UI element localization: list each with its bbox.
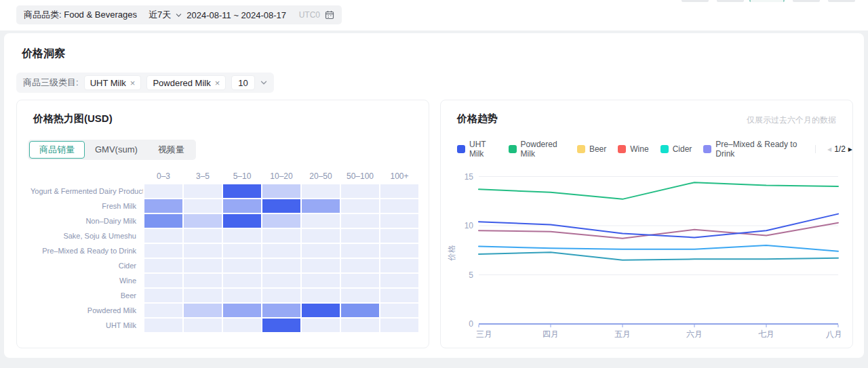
heatmap-cell xyxy=(184,304,222,317)
heatmap-cell xyxy=(223,199,261,213)
heatmap-cell xyxy=(223,319,261,332)
heatmap-cell xyxy=(223,184,261,198)
date-preset-label: 近7天 xyxy=(149,9,171,21)
y-tick-label: 15 xyxy=(465,172,474,182)
heatmap-cell xyxy=(223,214,261,228)
cutoff-toolbar-stub xyxy=(682,0,709,2)
heatmap-cell xyxy=(144,214,182,228)
heatmap-cell xyxy=(184,214,222,228)
heatmap-row-label: UHT Milk xyxy=(31,319,143,332)
legend-label: Pre–Mixed & Ready to Drink xyxy=(715,140,804,159)
heatmap-cell xyxy=(223,244,261,258)
subcategory-count-chip[interactable]: 10 xyxy=(231,75,254,90)
remove-chip-icon[interactable]: × xyxy=(215,79,220,87)
heatmap-cell xyxy=(302,199,340,213)
heatmap-cell xyxy=(144,244,182,258)
legend-item[interactable]: Wine xyxy=(618,144,648,154)
legend-next-icon[interactable]: ▶ xyxy=(848,146,852,152)
heatmap-cell xyxy=(341,259,379,272)
x-tick-label: 八月 xyxy=(826,329,842,339)
legend-label: Cider xyxy=(673,144,692,154)
heatmap-row-label: Fresh Milk xyxy=(31,199,143,213)
calendar-icon xyxy=(325,10,334,20)
heatmap-cell xyxy=(380,184,418,198)
heatmap-cell xyxy=(341,289,379,302)
heatmap-cell xyxy=(223,274,261,287)
legend-prev-icon[interactable]: ◀ xyxy=(827,146,831,152)
heatmap-col-label: 10–20 xyxy=(262,171,300,183)
heatmap-col-label: 5–10 xyxy=(223,171,261,183)
chevron-down-icon xyxy=(176,12,182,18)
heatmap-cell xyxy=(184,289,222,302)
heatmap-cell xyxy=(144,289,182,302)
x-tick-label: 三月 xyxy=(476,329,492,339)
legend-swatch xyxy=(509,145,517,153)
heatmap-cell xyxy=(302,304,340,317)
heatmap-cell xyxy=(184,184,222,198)
remove-chip-icon[interactable]: × xyxy=(130,79,136,87)
top-filter-bar: 商品品类: Food & Beverages 近7天 2024-08-11 ~ … xyxy=(0,0,868,30)
legend-swatch xyxy=(703,145,711,153)
category-filter-dropdown[interactable]: 商品品类: Food & Beverages xyxy=(16,5,155,24)
y-axis-title: 价格 xyxy=(447,245,456,261)
price-trend-card: 价格趋势 仅展示过去六个月的数据 UHT MilkPowdered MilkBe… xyxy=(440,100,853,348)
heatmap-cell xyxy=(341,229,379,243)
heatmap-cell xyxy=(262,184,300,198)
x-tick-label: 七月 xyxy=(758,329,774,339)
heatmap-col-label: 0–3 xyxy=(144,171,182,183)
heatmap-cell xyxy=(262,289,300,302)
legend-divider xyxy=(815,145,816,153)
cutoff-toolbar-stub xyxy=(717,0,744,2)
heatmap-cell xyxy=(341,214,379,228)
heatmap-card-title: 价格热力图(USD) xyxy=(33,113,113,125)
chevron-down-icon[interactable] xyxy=(260,79,267,86)
legend-pagination: ◀1/2▶ xyxy=(827,144,852,154)
heatmap-row-label: Beer xyxy=(31,289,143,302)
trend-line-series-4 xyxy=(479,245,838,251)
legend-item[interactable]: UHT Milk xyxy=(457,140,497,159)
filter-chip[interactable]: UHT Milk× xyxy=(84,75,142,90)
heatmap-cell xyxy=(223,304,261,317)
legend-item[interactable]: Cider xyxy=(660,144,692,154)
heatmap-row-label: Sake, Soju & Umeshu xyxy=(31,229,143,243)
heatmap-row-label: Yogurt & Fermented Dairy Products xyxy=(31,184,143,198)
heatmap-metric-tabs: 商品销量GMV(sum)视频量 xyxy=(28,140,196,160)
heatmap-tab[interactable]: 商品销量 xyxy=(29,141,85,159)
heatmap-cell xyxy=(380,229,418,243)
heatmap-cell xyxy=(380,199,418,213)
heatmap-cell xyxy=(380,244,418,258)
cutoff-toolbar-stub xyxy=(828,0,855,2)
heatmap-tab[interactable]: 视频量 xyxy=(148,141,195,159)
heatmap-cell xyxy=(184,259,222,272)
trend-legend: UHT MilkPowdered MilkBeerWineCiderPre–Mi… xyxy=(457,140,852,159)
heatmap-cell xyxy=(144,199,182,213)
heatmap-cell xyxy=(144,259,182,272)
legend-label: Powdered Milk xyxy=(521,140,566,159)
legend-swatch xyxy=(660,145,669,153)
heatmap-col-label: 50–100 xyxy=(341,171,379,183)
heatmap-cell xyxy=(262,319,300,332)
category-filter-label: 商品品类: Food & Beverages xyxy=(24,9,137,21)
heatmap-cell xyxy=(262,259,300,272)
filter-chip[interactable]: Powdered Milk× xyxy=(146,75,226,90)
filter-chip-label: UHT Milk xyxy=(90,78,126,88)
heatmap-cell xyxy=(262,244,300,258)
heatmap-cell xyxy=(184,274,222,287)
heatmap-cell xyxy=(380,319,418,332)
subcategory-filter-bar: 商品三级类目: UHT Milk×Powdered Milk× 10 xyxy=(16,73,274,93)
date-range-picker[interactable]: 近7天 2024-08-11 ~ 2024-08-17 UTC0 xyxy=(141,5,342,24)
heatmap-cell xyxy=(184,229,222,243)
heatmap-cell xyxy=(380,214,418,228)
cutoff-toolbar-stub xyxy=(793,0,820,2)
heatmap-tab[interactable]: GMV(sum) xyxy=(85,141,148,159)
y-tick-label: 5 xyxy=(469,270,473,280)
legend-item[interactable]: Pre–Mixed & Ready to Drink xyxy=(703,140,804,159)
heatmap-row-label: Pre–Mixed & Ready to Drink xyxy=(31,244,143,258)
legend-label: UHT Milk xyxy=(469,140,497,159)
heatmap-corner xyxy=(31,169,143,183)
heatmap-cell xyxy=(341,304,379,317)
legend-item[interactable]: Beer xyxy=(577,144,606,154)
y-tick-label: 0 xyxy=(469,319,473,329)
legend-item[interactable]: Powdered Milk xyxy=(509,140,566,159)
x-tick-label: 五月 xyxy=(614,329,631,339)
